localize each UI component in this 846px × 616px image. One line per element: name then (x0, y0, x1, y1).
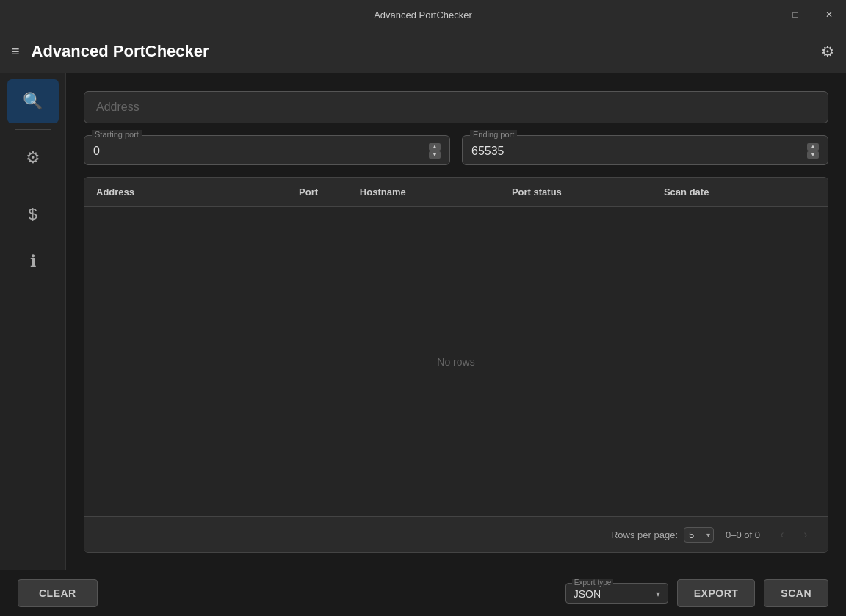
prev-page-button[interactable]: ‹ (772, 524, 792, 545)
table-body: No rows (84, 207, 828, 516)
col-scan-date: Scan date (664, 186, 816, 198)
export-type-select[interactable]: JSON CSV XML (574, 588, 653, 600)
address-input[interactable] (96, 101, 816, 114)
starting-port-field: Starting port ▲ ▼ (84, 135, 450, 165)
ending-port-input[interactable] (471, 145, 807, 158)
rows-per-page-control: Rows per page: 5 10 25 50 (611, 527, 714, 543)
col-hostname: Hostname (360, 186, 512, 198)
clear-button[interactable]: CLEAR (18, 579, 98, 607)
titlebar-title: Advanced PortChecker (374, 10, 472, 21)
page-nav: ‹ › (772, 524, 816, 545)
scan-button[interactable]: SCAN (764, 579, 828, 607)
content: Starting port ▲ ▼ Ending port ▲ (66, 73, 846, 570)
app-title: Advanced PortChecker (32, 42, 809, 61)
settings-button[interactable]: ⚙ (821, 43, 834, 60)
starting-port-up[interactable]: ▲ (429, 143, 441, 151)
dollar-icon: $ (28, 205, 37, 224)
rows-per-page-label: Rows per page: (611, 529, 678, 540)
export-button[interactable]: EXPORT (677, 579, 756, 607)
close-button[interactable]: ✕ (812, 0, 846, 29)
maximize-button[interactable]: □ (778, 0, 812, 29)
pagination-text: 0–0 of 0 (726, 529, 760, 540)
settings-icon: ⚙ (26, 148, 40, 167)
col-address: Address (96, 186, 299, 198)
table-footer: Rows per page: 5 10 25 50 0–0 of 0 ‹ (84, 516, 828, 552)
export-type-label: Export type (572, 579, 614, 587)
sidebar-divider-2 (15, 186, 51, 186)
sidebar-divider-1 (15, 129, 51, 130)
info-icon: ℹ (30, 252, 36, 271)
ending-port-field: Ending port ▲ ▼ (462, 135, 828, 165)
bottom-bar: CLEAR Export type JSON CSV XML ▾ EXPORT … (0, 570, 846, 616)
sidebar-item-billing[interactable]: $ (7, 192, 59, 236)
col-port: Port (299, 186, 360, 198)
ending-port-label: Ending port (470, 130, 517, 139)
sidebar-item-settings[interactable]: ⚙ (7, 136, 59, 180)
empty-message: No rows (437, 356, 474, 368)
results-table: Address Port Hostname Port status Scan d… (84, 177, 828, 553)
sidebar-item-scan[interactable]: 🔍 (7, 79, 59, 123)
titlebar: Advanced PortChecker ─ □ ✕ (0, 0, 846, 29)
sidebar-item-info[interactable]: ℹ (7, 239, 59, 283)
main-layout: 🔍 ⚙ $ ℹ Starting port (0, 73, 846, 570)
starting-port-input[interactable] (93, 145, 429, 158)
next-page-button[interactable]: › (795, 524, 816, 545)
menu-button[interactable]: ≡ (12, 45, 20, 58)
rows-select-wrapper: 5 10 25 50 (684, 527, 714, 543)
export-type-field: Export type JSON CSV XML ▾ (565, 583, 668, 604)
port-row: Starting port ▲ ▼ Ending port ▲ (84, 135, 828, 165)
ending-port-down[interactable]: ▼ (807, 151, 819, 159)
table-header: Address Port Hostname Port status Scan d… (84, 178, 828, 207)
titlebar-controls: ─ □ ✕ (745, 0, 846, 29)
starting-port-spinner: ▲ ▼ (429, 143, 441, 159)
col-port-status: Port status (512, 186, 664, 198)
minimize-button[interactable]: ─ (745, 0, 778, 29)
starting-port-label: Starting port (92, 130, 142, 139)
ending-port-up[interactable]: ▲ (807, 143, 819, 151)
address-field (84, 91, 828, 123)
app-shell: ≡ Advanced PortChecker ⚙ 🔍 ⚙ $ ℹ (0, 29, 846, 616)
chevron-down-icon: ▾ (656, 589, 660, 599)
ending-port-spinner: ▲ ▼ (807, 143, 819, 159)
rows-per-page-select[interactable]: 5 10 25 50 (684, 527, 714, 543)
scan-icon: 🔍 (23, 92, 43, 111)
sidebar: 🔍 ⚙ $ ℹ (0, 73, 66, 570)
header: ≡ Advanced PortChecker ⚙ (0, 29, 846, 73)
starting-port-down[interactable]: ▼ (429, 151, 441, 159)
